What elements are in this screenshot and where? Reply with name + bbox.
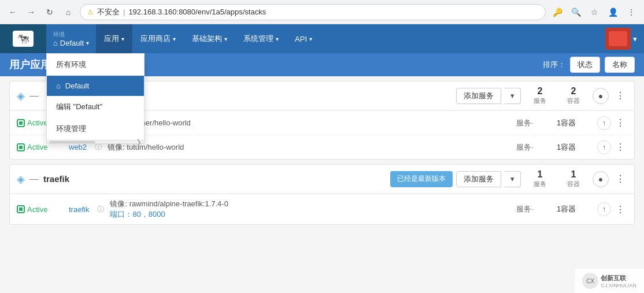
- nav-api-label: API: [295, 35, 307, 43]
- watermark-text: 创新互联 CJ.XINHULIAN: [601, 274, 636, 288]
- image-label-traefik: 镜像: rawmind/alpine-traefik:1.7.4-0: [110, 199, 510, 209]
- nav-item-catalog[interactable]: 应用商店 ▾: [132, 24, 184, 53]
- key-icon[interactable]: 🔑: [550, 5, 564, 19]
- row-action-btn-web1[interactable]: ↑: [597, 116, 611, 130]
- row-actions-web2: ↑ ⋮: [597, 140, 627, 154]
- status-badge-web2: Active: [17, 143, 63, 151]
- service-type-traefik: 服务·: [516, 204, 551, 214]
- sort-name-button[interactable]: 名称: [605, 57, 635, 73]
- security-warning-icon: ⚠: [87, 8, 94, 16]
- service-name-traefik[interactable]: traefik: [69, 205, 89, 214]
- service-type-web2: 服务·: [516, 142, 551, 153]
- nav-item-admin[interactable]: 系统管理 ▾: [235, 24, 287, 53]
- stack-action-dots-traefik[interactable]: ⋮: [613, 172, 627, 186]
- address-bar[interactable]: ⚠ 不安全 | 192.168.3.160:8080/env/1a5/apps/…: [80, 4, 546, 20]
- services-count-traefik: 1: [525, 169, 554, 180]
- add-service-button-1[interactable]: 添加服务: [456, 88, 501, 104]
- security-warning-text: 不安全: [97, 7, 120, 17]
- nav-apps-label: 应用: [104, 34, 119, 44]
- menu-icon[interactable]: ⋮: [624, 5, 638, 19]
- app-logo: 🐄: [13, 31, 34, 47]
- dropdown-scrollbar: ❯: [47, 140, 144, 143]
- watermark: CX 创新互联 CJ.XINHULIAN: [575, 269, 644, 293]
- service-row-traefik: Active traefik ⓘ 镜像: rawmind/alpine-trae…: [10, 194, 634, 224]
- services-label-traefik: 服务: [525, 180, 554, 188]
- nav-infra-label: 基础架构: [192, 34, 222, 44]
- row-action-btn-web2[interactable]: ↑: [597, 140, 611, 154]
- nav-admin-label: 系统管理: [243, 34, 273, 44]
- stack-actions-1: 添加服务 ▾: [456, 88, 521, 104]
- stack-actions-traefik: 已经是最新版本 添加服务 ▾: [390, 171, 521, 187]
- stack-name-traefik[interactable]: traefik: [43, 174, 386, 184]
- nav-apps-chevron: ▾: [121, 36, 124, 42]
- status-text-traefik: Active: [27, 205, 47, 214]
- bookmark-icon[interactable]: ☆: [587, 5, 601, 19]
- nav-item-api[interactable]: API ▾: [287, 24, 320, 53]
- add-service-dropdown-traefik[interactable]: ▾: [505, 171, 521, 187]
- container-count-traefik: 1容器: [557, 204, 591, 214]
- status-dot-traefik: [17, 205, 25, 213]
- env-dropdown-button[interactable]: ⌂ Default ▾: [53, 39, 89, 47]
- scroll-right-icon: ❯: [136, 138, 142, 146]
- row-dots-web2[interactable]: ⋮: [613, 140, 627, 154]
- nav-catalog-chevron: ▾: [173, 36, 176, 42]
- sort-label: 排序：: [543, 60, 565, 70]
- stack-action-circle-traefik[interactable]: ●: [593, 171, 609, 187]
- row-dots-traefik[interactable]: ⋮: [613, 202, 627, 216]
- dropdown-item-default[interactable]: ⌂ Default: [47, 76, 144, 96]
- stack-dash-1: —: [29, 91, 39, 101]
- status-dot-inner-web2: [19, 146, 23, 149]
- dropdown-item-all-envs[interactable]: 所有环境: [47, 54, 144, 76]
- nav-item-apps[interactable]: 应用 ▾: [96, 24, 132, 53]
- services-label-1: 服务: [525, 97, 554, 105]
- rancher-logo-right: [605, 28, 631, 50]
- logo-inner: [609, 31, 627, 46]
- search-icon[interactable]: 🔍: [569, 5, 583, 19]
- stack-action-dots-1[interactable]: ⋮: [613, 89, 627, 103]
- manage-env-label: 环境管理: [56, 124, 86, 134]
- services-stat-1: 2 服务: [525, 86, 554, 105]
- dropdown-item-manage[interactable]: 环境管理: [47, 118, 144, 140]
- nav-item-infra[interactable]: 基础架构 ▾: [184, 24, 235, 53]
- row-action-btn-traefik[interactable]: ↑: [597, 202, 611, 216]
- dropdown-item-edit[interactable]: 编辑 "Default": [47, 96, 144, 118]
- latest-version-button[interactable]: 已经是最新版本: [390, 171, 453, 187]
- nav-catalog-label: 应用商店: [140, 34, 171, 44]
- home-button[interactable]: ⌂: [61, 5, 75, 19]
- forward-button[interactable]: →: [24, 5, 38, 19]
- row-dots-web1[interactable]: ⋮: [613, 116, 627, 130]
- refresh-button[interactable]: ↻: [43, 5, 57, 19]
- services-count-1: 2: [525, 86, 554, 97]
- browser-bar: ← → ↻ ⌂ ⚠ 不安全 | 192.168.3.160:8080/env/1…: [0, 0, 644, 24]
- nav-admin-chevron: ▾: [276, 36, 279, 42]
- stack-group-traefik: ◈ — traefik 已经是最新版本 添加服务 ▾ 1 服务 1 容器 ● ⋮: [9, 164, 635, 225]
- top-right: ▾: [605, 28, 644, 50]
- stack-action-circle-1[interactable]: ●: [593, 88, 609, 104]
- sort-status-button[interactable]: 状态: [570, 57, 600, 73]
- containers-label-1: 容器: [559, 97, 588, 105]
- status-dot-inner-traefik: [19, 207, 23, 211]
- separator: |: [123, 8, 125, 16]
- back-button[interactable]: ←: [6, 5, 20, 19]
- env-section: 环境 ⌂ Default ▾: [46, 31, 96, 47]
- service-desc-web2: 镜像: tutum/hello-world: [108, 142, 510, 153]
- add-service-dropdown-1[interactable]: ▾: [505, 88, 521, 104]
- containers-stat-traefik: 1 容器: [559, 169, 588, 188]
- account-icon[interactable]: 👤: [606, 5, 620, 19]
- container-count-web1: 1容器: [557, 118, 591, 128]
- env-label: 环境: [53, 31, 89, 39]
- add-service-button-traefik[interactable]: 添加服务: [456, 171, 501, 187]
- services-stat-traefik: 1 服务: [525, 169, 554, 188]
- info-icon-traefik[interactable]: ⓘ: [97, 205, 104, 214]
- service-name-web2[interactable]: web2: [69, 143, 87, 151]
- stack-dash-2: —: [29, 174, 39, 184]
- container-count-web2: 1容器: [557, 142, 591, 153]
- stack-layers-icon-2: ◈: [17, 173, 25, 186]
- env-chevron-icon: ▾: [86, 40, 89, 46]
- edit-env-label: 编辑 "Default": [56, 102, 102, 112]
- containers-count-traefik: 1: [559, 169, 588, 180]
- logo-chevron-button[interactable]: ▾: [631, 32, 639, 46]
- browser-actions: 🔑 🔍 ☆ 👤 ⋮: [550, 5, 638, 19]
- all-envs-label: 所有环境: [56, 60, 86, 70]
- scroll-thumb: [49, 141, 95, 143]
